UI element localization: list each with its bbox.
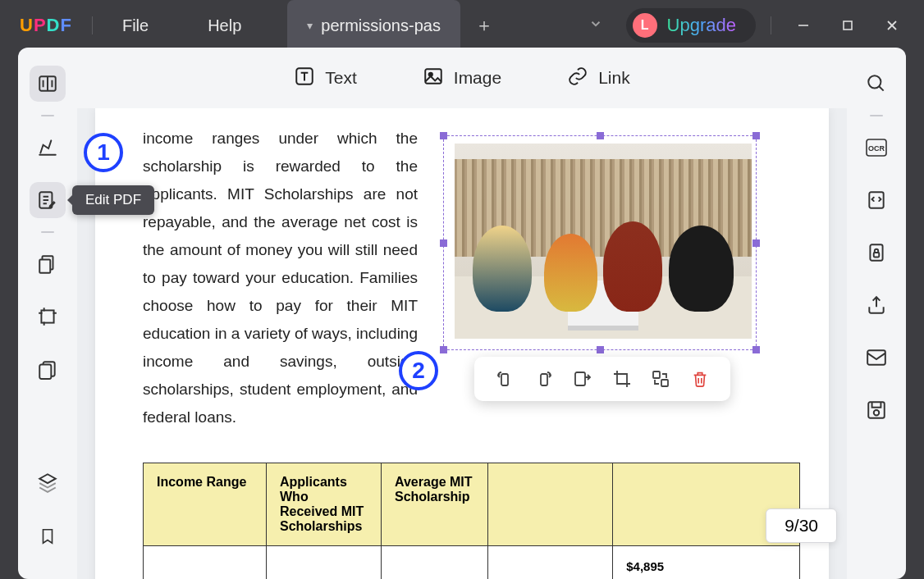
tool-crop-pages[interactable] [30, 299, 66, 335]
upgrade-label: Upgrade [667, 15, 736, 36]
resize-handle-b[interactable] [597, 346, 604, 353]
tool-layers[interactable] [30, 464, 66, 500]
resize-handle-br[interactable] [752, 346, 760, 353]
tab-bar: ▾ permissions-pas ＋ [287, 0, 498, 51]
svg-rect-10 [39, 365, 51, 379]
edit-toolbar: Text Image Link [77, 48, 847, 108]
svg-rect-23 [501, 374, 508, 385]
extract-button[interactable] [568, 364, 597, 394]
toolbar-text[interactable]: Text [294, 66, 357, 91]
sidebar-left: Edit PDF [18, 48, 77, 579]
close-button[interactable] [885, 18, 899, 33]
minimize-button[interactable] [796, 18, 811, 33]
svg-rect-19 [874, 253, 880, 257]
svg-rect-24 [541, 374, 547, 385]
selected-image[interactable] [443, 135, 757, 350]
avatar: L [633, 13, 657, 38]
svg-rect-20 [867, 350, 885, 364]
tabs-overflow-icon[interactable] [565, 16, 626, 34]
cell-4: Tuition, fees, housing, and $1,251 towar… [488, 546, 613, 580]
tool-ocr[interactable]: OCR [858, 130, 894, 166]
cell-5: $4,895 40% of students with a family inc… [613, 546, 800, 580]
svg-rect-25 [575, 372, 585, 385]
app-logo: UPDF [0, 15, 92, 36]
scholarship-table[interactable]: Income Range Applicants Who Received MIT… [143, 463, 800, 579]
th-income-range: Income Range [144, 463, 267, 546]
tool-bookmark[interactable] [30, 518, 66, 554]
delete-button[interactable] [685, 364, 715, 394]
replace-button[interactable] [646, 364, 675, 394]
tool-convert[interactable] [858, 182, 894, 218]
upgrade-button[interactable]: L Upgrade [626, 8, 756, 43]
new-tab-button[interactable]: ＋ [470, 11, 498, 39]
rotate-right-button[interactable] [529, 364, 559, 394]
maximize-button[interactable] [840, 18, 855, 33]
resize-handle-r[interactable] [752, 239, 760, 247]
link-icon [567, 66, 588, 91]
image-content [455, 144, 752, 339]
svg-rect-7 [39, 260, 50, 273]
svg-point-22 [874, 410, 880, 416]
tool-edit-pdf[interactable]: Edit PDF [30, 182, 66, 218]
sidebar-separator [41, 115, 54, 116]
th-avg-scholarship: Average MIT Scholarship [382, 463, 488, 546]
svg-rect-1 [844, 21, 852, 30]
th-4 [488, 463, 613, 546]
table-row: Under $65,000 99% $68,679 Tuition, fees,… [144, 546, 800, 580]
page-counter[interactable]: 9/30 [766, 508, 837, 543]
resize-handle-tr[interactable] [752, 132, 760, 139]
resize-handle-tl[interactable] [440, 132, 447, 139]
menu-file[interactable]: File [93, 16, 178, 35]
window-controls [771, 18, 924, 33]
toolbar-text-label: Text [325, 68, 357, 88]
svg-point-14 [868, 75, 881, 88]
crop-button[interactable] [607, 364, 637, 394]
svg-rect-27 [661, 380, 668, 386]
svg-rect-26 [653, 372, 660, 378]
tab-title: permissions-pas [321, 16, 441, 35]
tool-reader[interactable] [30, 66, 66, 102]
text-icon [294, 66, 315, 91]
annotation-badge-1: 1 [84, 133, 123, 172]
annotation-badge-2: 2 [399, 351, 438, 390]
sidebar-separator [41, 231, 54, 233]
toolbar-link-label: Link [598, 68, 630, 88]
tool-tooltip: Edit PDF [72, 185, 154, 215]
tool-organize[interactable] [30, 246, 66, 282]
th-applicants: Applicants Who Received MIT Scholarships [267, 463, 382, 546]
resize-handle-l[interactable] [440, 239, 447, 247]
cell-avg: $68,679 [382, 546, 488, 580]
svg-rect-8 [41, 310, 53, 322]
rotate-left-button[interactable] [490, 364, 519, 394]
resize-handle-bl[interactable] [440, 346, 447, 353]
document-body-text[interactable]: income ranges under which the scholarshi… [143, 125, 418, 431]
tab-dropdown-icon[interactable]: ▾ [307, 19, 313, 32]
titlebar: UPDF File Help ▾ permissions-pas ＋ L Upg… [0, 0, 924, 51]
toolbar-image[interactable]: Image [423, 66, 501, 91]
sidebar-right: OCR [847, 48, 906, 579]
cell-pct: 99% [267, 546, 382, 580]
sidebar-separator [870, 115, 883, 116]
resize-handle-t[interactable] [597, 132, 604, 139]
tool-mail[interactable] [858, 340, 894, 376]
menu-help[interactable]: Help [178, 16, 271, 35]
table-header-row: Income Range Applicants Who Received MIT… [144, 463, 800, 546]
tool-save[interactable] [858, 392, 894, 428]
image-icon [423, 66, 444, 91]
cell-range: Under $65,000 [144, 546, 267, 580]
svg-rect-12 [425, 69, 441, 83]
tool-comment[interactable] [30, 130, 66, 166]
tab-document[interactable]: ▾ permissions-pas [287, 0, 460, 51]
toolbar-link[interactable]: Link [567, 66, 630, 91]
tool-protect[interactable] [858, 235, 894, 271]
tool-search[interactable] [858, 66, 894, 102]
image-float-toolbar [474, 357, 730, 401]
toolbar-image-label: Image [454, 68, 501, 88]
svg-rect-17 [869, 192, 883, 208]
svg-text:OCR: OCR [868, 144, 885, 153]
tool-share[interactable] [858, 287, 894, 323]
tool-page-display[interactable] [30, 351, 66, 387]
